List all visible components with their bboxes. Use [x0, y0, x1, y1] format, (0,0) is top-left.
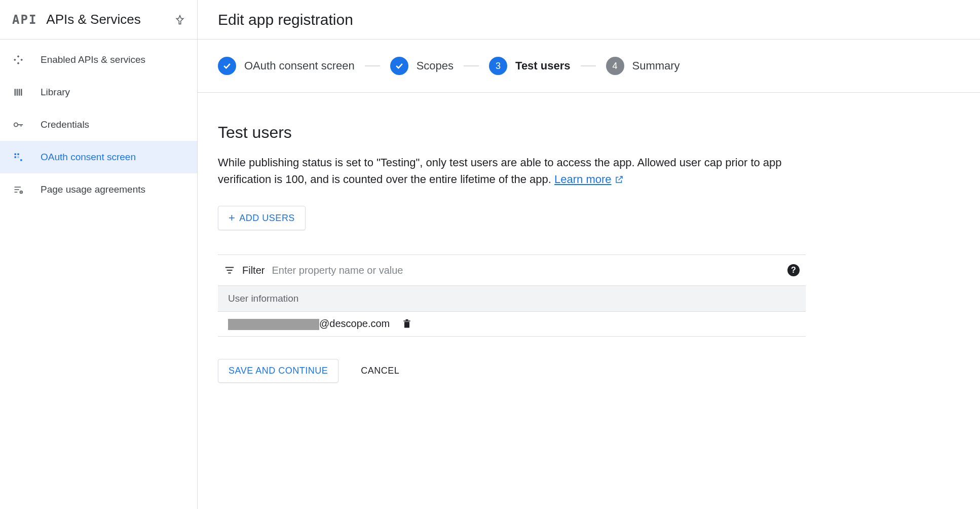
step-label: Test users	[515, 59, 570, 72]
checkmark-icon	[390, 57, 408, 75]
step-summary[interactable]: 4 Summary	[606, 57, 680, 75]
filter-row: Filter ?	[218, 255, 806, 285]
svg-rect-14	[20, 159, 22, 161]
section-title: Test users	[218, 123, 806, 142]
step-number: 3	[489, 57, 507, 75]
svg-point-8	[14, 123, 18, 126]
sidebar-item-label: Library	[41, 87, 70, 98]
sidebar-header: API APIs & Services	[0, 0, 197, 40]
filter-input[interactable]	[272, 265, 780, 276]
table-row: @descope.com	[218, 312, 806, 337]
step-test-users[interactable]: 3 Test users	[489, 57, 570, 75]
step-scopes[interactable]: Scopes	[390, 57, 454, 75]
svg-rect-1	[14, 59, 16, 61]
svg-rect-13	[15, 156, 16, 158]
sidebar: API APIs & Services Enabled APIs & servi…	[0, 0, 198, 509]
sidebar-item-library[interactable]: Library	[0, 76, 197, 108]
learn-more-link[interactable]: Learn more	[554, 171, 624, 188]
step-label: Summary	[632, 59, 680, 72]
sidebar-item-label: OAuth consent screen	[41, 152, 136, 163]
step-connector	[365, 65, 380, 66]
api-logo: API	[12, 13, 37, 27]
step-number: 4	[606, 57, 624, 75]
page-title: Edit app registration	[218, 11, 960, 28]
step-oauth-consent[interactable]: OAuth consent screen	[218, 57, 355, 75]
sidebar-item-enabled-apis[interactable]: Enabled APIs & services	[0, 44, 197, 76]
svg-rect-20	[225, 267, 234, 268]
svg-rect-5	[17, 89, 18, 95]
library-icon	[12, 86, 24, 98]
svg-rect-12	[17, 154, 19, 155]
sidebar-item-label: Enabled APIs & services	[41, 54, 145, 65]
cancel-label: CANCEL	[361, 366, 399, 376]
svg-rect-0	[17, 55, 20, 58]
plus-icon: +	[229, 212, 235, 224]
save-and-continue-button[interactable]: SAVE AND CONTINUE	[218, 359, 338, 383]
redacted-block	[228, 319, 319, 330]
consent-grid-icon	[12, 151, 24, 163]
action-row: SAVE AND CONTINUE CANCEL	[218, 359, 806, 383]
stepper: OAuth consent screen Scopes 3 Test users…	[198, 40, 980, 93]
svg-rect-15	[17, 156, 19, 158]
cancel-button[interactable]: CANCEL	[353, 359, 407, 382]
external-link-icon	[615, 175, 624, 184]
content-section: Test users While publishing status is se…	[198, 93, 826, 413]
email-domain: @descope.com	[319, 318, 390, 329]
sidebar-item-label: Page usage agreements	[41, 184, 145, 195]
add-users-button[interactable]: + ADD USERS	[218, 206, 306, 230]
table-header: User information	[218, 285, 806, 312]
main-content: Edit app registration OAuth consent scre…	[198, 0, 980, 509]
section-description: While publishing status is set to "Testi…	[218, 154, 806, 188]
user-email: @descope.com	[228, 318, 390, 330]
diamond-apis-icon	[12, 54, 24, 66]
pin-icon[interactable]	[175, 15, 185, 25]
sidebar-item-label: Credentials	[41, 119, 89, 130]
step-label: Scopes	[417, 59, 454, 72]
learn-more-text: Learn more	[554, 171, 612, 188]
step-label: OAuth consent screen	[244, 59, 355, 72]
svg-rect-7	[21, 89, 22, 95]
svg-rect-6	[19, 89, 20, 95]
sidebar-item-credentials[interactable]: Credentials	[0, 108, 197, 141]
save-continue-label: SAVE AND CONTINUE	[229, 366, 328, 376]
sidebar-title: APIs & Services	[46, 12, 175, 27]
svg-rect-22	[228, 273, 231, 274]
main-header: Edit app registration	[198, 0, 980, 40]
page-usage-icon	[12, 184, 24, 196]
svg-rect-2	[20, 59, 23, 61]
help-icon[interactable]: ?	[787, 264, 800, 276]
svg-rect-25	[406, 319, 408, 321]
svg-rect-24	[404, 320, 410, 321]
svg-rect-23	[404, 322, 409, 328]
checkmark-icon	[218, 57, 236, 75]
svg-rect-21	[227, 270, 233, 271]
sidebar-nav: Enabled APIs & services Library Credenti…	[0, 40, 197, 206]
sidebar-item-oauth-consent[interactable]: OAuth consent screen	[0, 141, 197, 173]
key-icon	[12, 119, 24, 131]
step-connector	[464, 65, 479, 66]
delete-icon[interactable]	[402, 318, 412, 330]
add-users-label: ADD USERS	[239, 213, 295, 224]
svg-rect-3	[17, 62, 20, 64]
svg-rect-11	[15, 154, 16, 155]
step-connector	[581, 65, 596, 66]
filter-label: Filter	[242, 265, 265, 276]
users-table: Filter ? User information @descope.com	[218, 254, 806, 337]
section-description-text: While publishing status is set to "Testi…	[218, 156, 782, 186]
filter-icon	[224, 265, 235, 276]
sidebar-item-page-usage[interactable]: Page usage agreements	[0, 173, 197, 206]
svg-rect-4	[15, 89, 16, 95]
